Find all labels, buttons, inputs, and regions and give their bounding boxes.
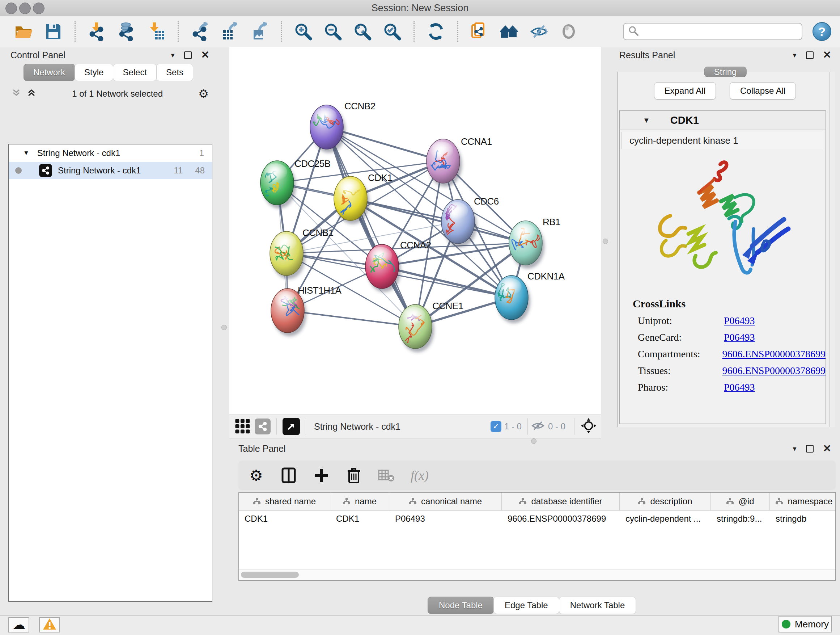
results-scrollbar[interactable] bbox=[829, 72, 835, 427]
table-panel-close-icon[interactable]: ✕ bbox=[823, 445, 831, 452]
show-glass-icon[interactable] bbox=[558, 21, 579, 42]
delete-column-trash-icon[interactable] bbox=[346, 467, 362, 484]
show-columns-icon[interactable] bbox=[280, 467, 297, 484]
import-table-file-icon[interactable] bbox=[146, 21, 167, 42]
crosslink-label: Uniprot: bbox=[633, 315, 724, 326]
column-header--id[interactable]: @id bbox=[711, 493, 770, 510]
network-options-gear-icon[interactable]: ⚙ bbox=[198, 87, 209, 101]
collapse-all-networks-icon[interactable] bbox=[27, 88, 36, 100]
column-header-shared-name[interactable]: shared name bbox=[239, 493, 330, 510]
node-CCNB2[interactable] bbox=[310, 105, 346, 153]
refresh-view-icon[interactable] bbox=[425, 21, 447, 42]
title-bar[interactable]: Session: New Session bbox=[0, 0, 840, 16]
hide-glass-icon[interactable] bbox=[529, 21, 549, 42]
export-network-icon[interactable] bbox=[189, 21, 210, 42]
node-CDKN1A[interactable] bbox=[495, 276, 531, 323]
collection-expander-icon[interactable]: ▼ bbox=[23, 149, 29, 157]
edge-HIST1H1A-CCNE1[interactable] bbox=[287, 310, 415, 326]
tab-network[interactable]: Network bbox=[24, 64, 75, 81]
fit-selected-crosshair-icon[interactable] bbox=[580, 417, 597, 435]
selected-checkbox-icon[interactable]: ✓ bbox=[491, 421, 501, 432]
table-horizontal-scrollbar[interactable] bbox=[239, 569, 835, 580]
column-header-database-identifier[interactable]: database identifier bbox=[502, 493, 620, 510]
create-column-plus-icon[interactable] bbox=[313, 467, 330, 484]
table-row[interactable]: CDK1CDK1P064939606.ENSP00000378699cyclin… bbox=[239, 510, 835, 527]
table-scrollbar-thumb[interactable] bbox=[241, 572, 299, 578]
expand-all-button[interactable]: Expand All bbox=[654, 82, 716, 100]
network-row[interactable]: String Network - cdk1 11 48 bbox=[9, 162, 212, 179]
network-collection-row[interactable]: ▼ String Network - cdk1 1 bbox=[9, 144, 212, 162]
tab-network-table[interactable]: Network Table bbox=[559, 597, 636, 614]
tab-sets[interactable]: Sets bbox=[156, 64, 193, 81]
export-image-icon[interactable] bbox=[249, 21, 270, 42]
column-header-name[interactable]: name bbox=[330, 493, 389, 510]
collapse-all-button[interactable]: Collapse All bbox=[729, 82, 796, 100]
edge-CDK1-RB1[interactable] bbox=[351, 198, 526, 243]
search-field[interactable] bbox=[643, 26, 797, 37]
control-panel-float-icon[interactable] bbox=[184, 51, 192, 59]
column-header-namespace[interactable]: namespace bbox=[770, 493, 836, 510]
help-icon[interactable]: ? bbox=[813, 22, 831, 41]
export-table-icon[interactable] bbox=[219, 21, 240, 42]
crosslink-link[interactable]: 9606.ENSP00000378699 bbox=[722, 365, 826, 377]
results-panel-float-icon[interactable] bbox=[806, 51, 813, 59]
node-CCNA2[interactable] bbox=[365, 244, 401, 292]
table-panel-collapse-icon[interactable]: ▾ bbox=[793, 444, 796, 453]
node-CDK1[interactable] bbox=[334, 176, 369, 224]
node-CCNE1[interactable] bbox=[399, 304, 434, 352]
search-icon bbox=[628, 25, 639, 38]
warnings-button[interactable] bbox=[39, 617, 60, 632]
search-input[interactable] bbox=[623, 23, 802, 40]
import-network-file-icon[interactable] bbox=[87, 21, 107, 42]
control-panel-collapse-icon[interactable]: ▾ bbox=[171, 51, 174, 59]
string-home-icon[interactable] bbox=[499, 21, 520, 42]
column-header-canonical-name[interactable]: canonical name bbox=[389, 493, 502, 510]
hidden-eye-icon[interactable] bbox=[531, 420, 545, 433]
network-canvas[interactable]: CCNB2CCNA1CDC25BCDK1CDC6RB1CCNB1CCNA2CDK… bbox=[229, 47, 601, 415]
open-session-icon[interactable] bbox=[13, 21, 34, 42]
table-panel-float-icon[interactable] bbox=[806, 445, 813, 453]
crosslink-link[interactable]: P06493 bbox=[724, 382, 755, 393]
protein-name: CDK1 bbox=[670, 114, 699, 126]
node-CCNB1[interactable] bbox=[270, 231, 305, 279]
tab-style[interactable]: Style bbox=[74, 64, 113, 81]
import-network-database-icon[interactable] bbox=[116, 21, 137, 42]
crosslink-row: GeneCard:P06493 bbox=[633, 332, 826, 343]
birdseye-grid-icon[interactable] bbox=[234, 418, 251, 435]
table-settings-gear-icon[interactable]: ⚙ bbox=[248, 467, 264, 484]
zoom-fit-icon[interactable] bbox=[352, 21, 373, 42]
tab-string[interactable]: String bbox=[704, 67, 747, 77]
string-import-icon[interactable] bbox=[469, 21, 490, 42]
edge-CCNB2-CCNE1[interactable] bbox=[327, 127, 415, 326]
delete-table-icon[interactable] bbox=[378, 467, 395, 484]
tab-edge-table[interactable]: Edge Table bbox=[493, 597, 559, 614]
results-panel-collapse-icon[interactable]: ▾ bbox=[793, 51, 796, 59]
tab-node-table[interactable]: Node Table bbox=[428, 597, 494, 614]
zoom-selected-icon[interactable] bbox=[382, 21, 403, 42]
open-in-window-icon[interactable] bbox=[283, 418, 300, 435]
cloud-status-button[interactable]: ☁ bbox=[8, 617, 29, 632]
tab-select[interactable]: Select bbox=[113, 64, 156, 81]
right-splitter-handle[interactable] bbox=[603, 239, 608, 244]
results-panel-close-icon[interactable]: ✕ bbox=[823, 51, 831, 59]
node-CDC6[interactable] bbox=[441, 200, 477, 247]
function-builder-icon[interactable]: f(x) bbox=[411, 468, 429, 483]
protein-expander-icon[interactable]: ▼ bbox=[643, 116, 650, 125]
protein-header-row[interactable]: ▼ CDK1 bbox=[620, 111, 826, 130]
expand-all-networks-icon[interactable] bbox=[11, 88, 21, 100]
network-overview-share-icon[interactable] bbox=[255, 418, 271, 434]
column-header-description[interactable]: description bbox=[620, 493, 711, 510]
memory-button[interactable]: Memory bbox=[778, 616, 832, 632]
node-RB1[interactable] bbox=[509, 221, 545, 269]
crosslink-link[interactable]: 9606.ENSP00000378699 bbox=[722, 348, 826, 360]
network-view-toolbar: String Network - cdk1 ✓ 1 - 0 0 - 0 bbox=[229, 415, 601, 439]
crosslink-link[interactable]: P06493 bbox=[724, 315, 755, 326]
zoom-out-icon[interactable] bbox=[322, 21, 343, 42]
save-session-icon[interactable] bbox=[43, 21, 64, 42]
left-splitter-handle[interactable] bbox=[221, 325, 227, 330]
toolbar-separator bbox=[74, 21, 76, 42]
zoom-in-icon[interactable] bbox=[293, 21, 314, 42]
control-panel-close-icon[interactable]: ✕ bbox=[201, 51, 210, 59]
network-graph[interactable]: CCNB2CCNA1CDC25BCDK1CDC6RB1CCNB1CCNA2CDK… bbox=[229, 47, 601, 415]
crosslink-link[interactable]: P06493 bbox=[724, 332, 755, 343]
